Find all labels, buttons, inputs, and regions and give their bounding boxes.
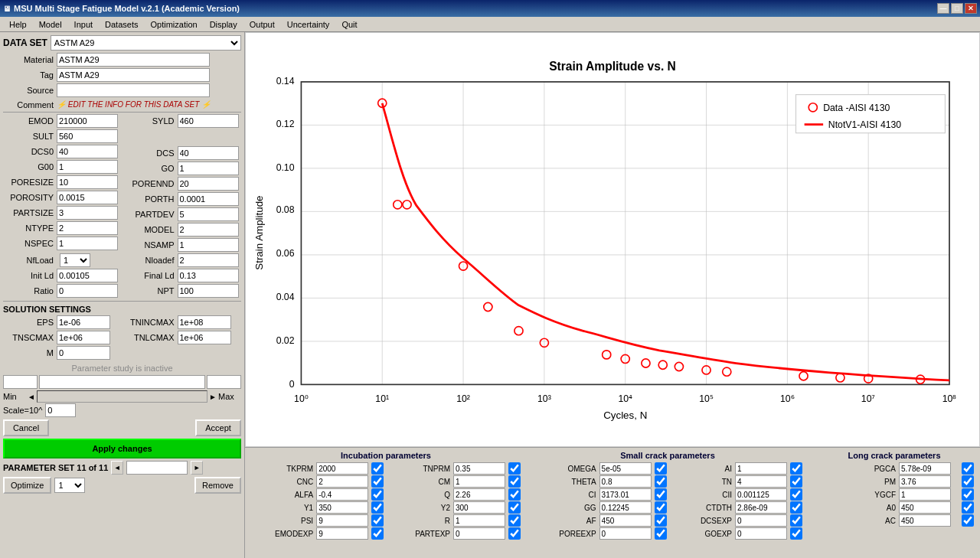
cii-check[interactable] [790,488,802,501]
ygcf-input[interactable] [899,488,951,501]
menu-display[interactable]: Display [204,18,243,31]
source-input[interactable] [57,83,210,97]
maximize-button[interactable]: □ [951,3,963,14]
poreexp-input[interactable] [599,527,652,540]
pm-check[interactable] [962,475,974,488]
alfa-check[interactable] [371,488,384,501]
titlebar-controls[interactable]: — □ ✕ [937,3,977,14]
porth-input[interactable] [178,192,239,206]
final-ld-input[interactable] [178,269,239,282]
a0-input[interactable] [899,501,951,514]
cii-input[interactable] [735,488,787,501]
ci-check[interactable] [655,488,667,501]
gg-check[interactable] [655,501,667,514]
remove-button[interactable]: Remove [194,477,241,494]
tnprm-input[interactable] [453,462,505,475]
dcsexp-check[interactable] [790,514,802,527]
ai-check[interactable] [790,462,802,475]
ci-input[interactable] [599,488,652,501]
partdev-input[interactable] [178,207,239,221]
goexp-check[interactable] [790,527,802,540]
y2-input[interactable] [453,501,505,514]
nspec-input[interactable] [57,237,118,250]
ctdth-input[interactable] [735,501,787,514]
menu-output[interactable]: Output [243,18,281,31]
ctdth-check[interactable] [790,501,802,514]
alfa-input[interactable] [316,488,368,501]
omega-check[interactable] [655,462,667,475]
param-next-button[interactable]: ► [191,461,203,475]
go-input[interactable] [178,162,239,175]
tkprm-input[interactable] [316,462,368,475]
init-ld-input[interactable] [57,269,118,282]
omega-input[interactable] [599,462,652,475]
ygcf-check[interactable] [962,488,974,501]
menu-datasets[interactable]: Datasets [99,18,144,31]
ntype-input[interactable] [57,221,118,235]
theta-input[interactable] [599,475,652,488]
dcs-input[interactable] [178,146,239,160]
optimize-select[interactable]: 1 [54,478,85,493]
dataset-select[interactable]: ASTM A29 [51,35,241,51]
pgca-input[interactable] [899,462,951,475]
sult-input[interactable] [57,129,118,143]
nfload-select[interactable]: 1 [60,253,90,267]
cnc-check[interactable] [371,475,384,488]
menu-quit[interactable]: Quit [335,18,363,31]
model-input[interactable] [178,223,239,237]
npt-input[interactable] [178,284,239,298]
param-input-3[interactable] [207,375,241,389]
q-input[interactable] [453,488,505,501]
poreexp-check[interactable] [655,527,667,540]
q-check[interactable] [508,488,521,501]
psi-check[interactable] [371,514,384,527]
dcsexp-input[interactable] [735,514,787,527]
optimize-button[interactable]: Optimize [3,477,51,494]
r-input[interactable] [453,514,505,527]
slider-left-arrow[interactable]: ◄ [28,393,35,401]
tn-check[interactable] [790,475,802,488]
nsamp-input[interactable] [178,238,239,252]
param-prev-button[interactable]: ◄ [111,461,123,475]
menu-input[interactable]: Input [68,18,99,31]
cm-input[interactable] [453,475,505,488]
menu-optimization[interactable]: Optimization [144,18,203,31]
tag-input[interactable] [57,68,210,82]
dcs0-input[interactable] [57,145,118,158]
tnincmax-input[interactable] [178,315,231,329]
scale-input[interactable] [45,403,76,417]
y1-input[interactable] [316,501,368,514]
porosity-input[interactable] [57,191,118,204]
af-check[interactable] [655,514,667,527]
close-button[interactable]: ✕ [965,3,977,14]
theta-check[interactable] [655,475,667,488]
a0-check[interactable] [962,501,974,514]
syld-input[interactable] [178,114,239,128]
emodexp-input[interactable] [316,527,368,540]
cnc-input[interactable] [316,475,368,488]
ai-input[interactable] [735,462,787,475]
y1-check[interactable] [371,501,384,514]
minimize-button[interactable]: — [937,3,949,14]
y2-check[interactable] [508,501,521,514]
slider-track[interactable] [37,390,207,403]
ac-check[interactable] [962,514,974,527]
partsize-input[interactable] [57,206,118,220]
tnprm-check[interactable] [508,462,521,475]
accept-button[interactable]: Accept [195,419,241,436]
pm-input[interactable] [899,475,951,488]
tnscmax-input[interactable] [57,331,110,344]
tn-input[interactable] [735,475,787,488]
r-check[interactable] [508,514,521,527]
ratio-input[interactable] [57,284,118,298]
ac-input[interactable] [899,514,951,527]
slider-right-arrow[interactable]: ► [209,393,217,401]
apply-changes-button[interactable]: Apply changes [3,439,241,458]
af-input[interactable] [599,514,652,527]
emodexp-check[interactable] [371,527,384,540]
param-input-2[interactable] [39,375,205,389]
param-set-input[interactable] [126,461,188,475]
param-input-1[interactable] [3,375,38,389]
cm-check[interactable] [508,475,521,488]
m-input[interactable] [57,346,110,360]
